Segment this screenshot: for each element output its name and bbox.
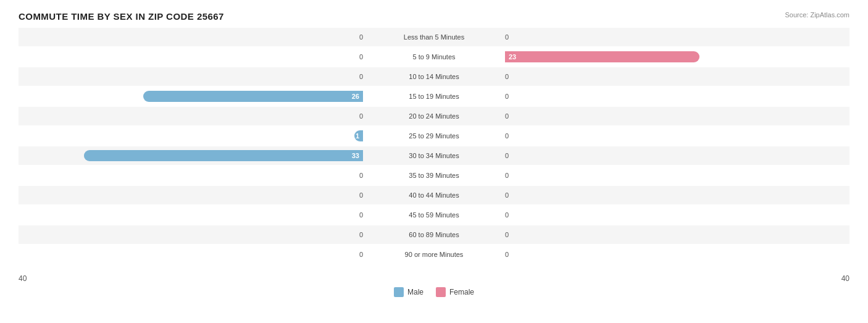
axis-right-value: 40 <box>841 274 849 283</box>
right-area: 0 <box>505 107 849 125</box>
right-area: 0 <box>505 245 849 264</box>
chart-row: 0 60 to 89 Minutes 0 <box>19 225 849 244</box>
chart-row: 0 5 to 9 Minutes 23 <box>19 48 849 66</box>
center-label: 30 to 34 Minutes <box>363 151 505 161</box>
row-label: 10 to 14 Minutes <box>404 72 464 82</box>
left-area: 0 <box>19 107 363 125</box>
chart-row: 0 10 to 14 Minutes 0 <box>19 67 849 86</box>
female-bar-value: 23 <box>509 53 516 61</box>
center-label: 40 to 44 Minutes <box>363 190 505 200</box>
bar-male: 1 <box>354 130 363 141</box>
right-area: 0 <box>505 87 849 106</box>
center-label: 15 to 19 Minutes <box>363 91 505 101</box>
left-area: 26 <box>19 87 363 106</box>
female-zero-value: 0 <box>505 172 509 179</box>
female-zero-value: 0 <box>505 132 509 140</box>
chart-row: 0 Less than 5 Minutes 0 <box>19 28 849 46</box>
axis-row: 40 40 <box>19 272 849 285</box>
legend-female-label: Female <box>449 288 474 296</box>
right-area: 0 <box>505 225 849 244</box>
row-inner: 0 10 to 14 Minutes 0 <box>19 67 849 86</box>
row-inner: 0 60 to 89 Minutes 0 <box>19 225 849 244</box>
center-label: Less than 5 Minutes <box>363 32 505 42</box>
center-label: 90 or more Minutes <box>363 250 505 259</box>
center-label: 60 to 89 Minutes <box>363 230 505 240</box>
row-label: 60 to 89 Minutes <box>404 230 464 240</box>
legend-female: Female <box>436 287 474 297</box>
male-bar-value: 1 <box>356 132 359 140</box>
row-inner: 0 20 to 24 Minutes 0 <box>19 107 849 125</box>
row-inner: 1 25 to 29 Minutes 0 <box>19 127 849 145</box>
row-inner: 0 90 or more Minutes 0 <box>19 245 849 264</box>
male-bar-value: 26 <box>352 93 359 100</box>
row-inner: 26 15 to 19 Minutes 0 <box>19 87 849 106</box>
female-zero-value: 0 <box>505 112 509 120</box>
row-inner: 0 40 to 44 Minutes 0 <box>19 186 849 204</box>
right-area: 0 <box>505 146 849 165</box>
chart-row: 0 20 to 24 Minutes 0 <box>19 107 849 125</box>
row-inner: 0 35 to 39 Minutes 0 <box>19 166 849 185</box>
right-area: 23 <box>505 48 849 66</box>
female-zero-value: 0 <box>505 93 509 100</box>
center-label: 5 to 9 Minutes <box>363 52 505 62</box>
row-label: 90 or more Minutes <box>400 250 469 259</box>
male-bar-value: 33 <box>352 152 359 159</box>
bar-male: 26 <box>143 91 363 102</box>
left-area: 0 <box>19 245 363 264</box>
row-inner: 0 5 to 9 Minutes 23 <box>19 48 849 66</box>
chart-row: 0 45 to 59 Minutes 0 <box>19 206 849 224</box>
left-area: 0 <box>19 48 363 66</box>
center-label: 20 to 24 Minutes <box>363 111 505 121</box>
center-label: 35 to 39 Minutes <box>363 170 505 180</box>
left-area: 1 <box>19 127 363 145</box>
chart-row: 0 35 to 39 Minutes 0 <box>19 166 849 185</box>
left-area: 0 <box>19 67 363 86</box>
chart-row: 0 40 to 44 Minutes 0 <box>19 186 849 204</box>
legend-female-icon <box>436 287 446 297</box>
female-zero-value: 0 <box>505 191 509 199</box>
left-area: 33 <box>19 146 363 165</box>
female-zero-value: 0 <box>505 152 509 159</box>
female-zero-value: 0 <box>505 33 509 41</box>
legend-male-label: Male <box>407 288 424 296</box>
right-area: 0 <box>505 127 849 145</box>
left-area: 0 <box>19 186 363 204</box>
center-label: 25 to 29 Minutes <box>363 131 505 141</box>
left-area: 0 <box>19 225 363 244</box>
row-inner: 0 45 to 59 Minutes 0 <box>19 206 849 224</box>
axis-left-value: 40 <box>19 274 27 283</box>
chart-container: COMMUTE TIME BY SEX IN ZIP CODE 25667 So… <box>0 0 868 323</box>
chart-row: 33 30 to 34 Minutes 0 <box>19 146 849 165</box>
row-label: 25 to 29 Minutes <box>404 131 464 141</box>
row-label: 35 to 39 Minutes <box>404 170 464 180</box>
right-area: 0 <box>505 166 849 185</box>
female-zero-value: 0 <box>505 73 509 80</box>
center-label: 10 to 14 Minutes <box>363 72 505 82</box>
row-label: Less than 5 Minutes <box>399 32 469 42</box>
chart-row: 0 90 or more Minutes 0 <box>19 245 849 264</box>
left-area: 0 <box>19 166 363 185</box>
chart-title: COMMUTE TIME BY SEX IN ZIP CODE 25667 <box>19 11 849 22</box>
legend: Male Female <box>19 287 849 297</box>
chart-row: 26 15 to 19 Minutes 0 <box>19 87 849 106</box>
female-zero-value: 0 <box>505 231 509 238</box>
row-label: 45 to 59 Minutes <box>404 210 464 220</box>
source-label: Source: ZipAtlas.com <box>785 11 849 19</box>
right-area: 0 <box>505 67 849 86</box>
bar-male: 33 <box>84 150 363 161</box>
right-area: 0 <box>505 28 849 46</box>
row-inner: 0 Less than 5 Minutes 0 <box>19 28 849 46</box>
row-label: 40 to 44 Minutes <box>404 190 464 200</box>
chart-area: 0 Less than 5 Minutes 0 0 <box>19 28 849 269</box>
right-area: 0 <box>505 186 849 204</box>
legend-male: Male <box>394 287 424 297</box>
bar-female: 23 <box>505 51 699 62</box>
left-area: 0 <box>19 206 363 224</box>
row-label: 15 to 19 Minutes <box>404 91 464 101</box>
chart-row: 1 25 to 29 Minutes 0 <box>19 127 849 145</box>
row-label: 5 to 9 Minutes <box>407 52 460 62</box>
center-label: 45 to 59 Minutes <box>363 210 505 220</box>
row-inner: 33 30 to 34 Minutes 0 <box>19 146 849 165</box>
female-zero-value: 0 <box>505 251 509 258</box>
left-area: 0 <box>19 28 363 46</box>
